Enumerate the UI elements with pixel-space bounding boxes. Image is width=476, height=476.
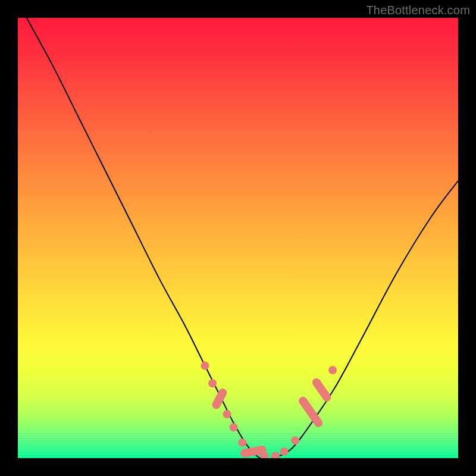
right-dot-2 <box>328 366 337 374</box>
curve-layer <box>18 18 458 458</box>
left-pill-1 <box>211 387 228 410</box>
bottom-dot-1 <box>238 439 246 447</box>
left-upper-dot <box>201 362 209 370</box>
marker-group <box>201 362 337 458</box>
bottom-stripes <box>18 432 458 458</box>
left-dot-2 <box>208 379 217 387</box>
bottom-dot-3 <box>271 452 280 458</box>
right-pill-1 <box>297 395 324 429</box>
bottom-dot-4 <box>280 447 289 456</box>
left-dot-4 <box>230 423 238 431</box>
watermark-text: TheBottleneck.com <box>366 4 470 17</box>
bottom-pill-1 <box>240 445 267 458</box>
right-pill-2 <box>311 377 333 403</box>
right-dot-1 <box>291 436 299 444</box>
bottom-dot-2 <box>260 452 268 458</box>
chart-frame: TheBottleneck.com <box>0 0 476 476</box>
bottleneck-curve <box>27 18 458 458</box>
plot-area <box>18 18 458 458</box>
left-dot-3 <box>223 410 231 418</box>
